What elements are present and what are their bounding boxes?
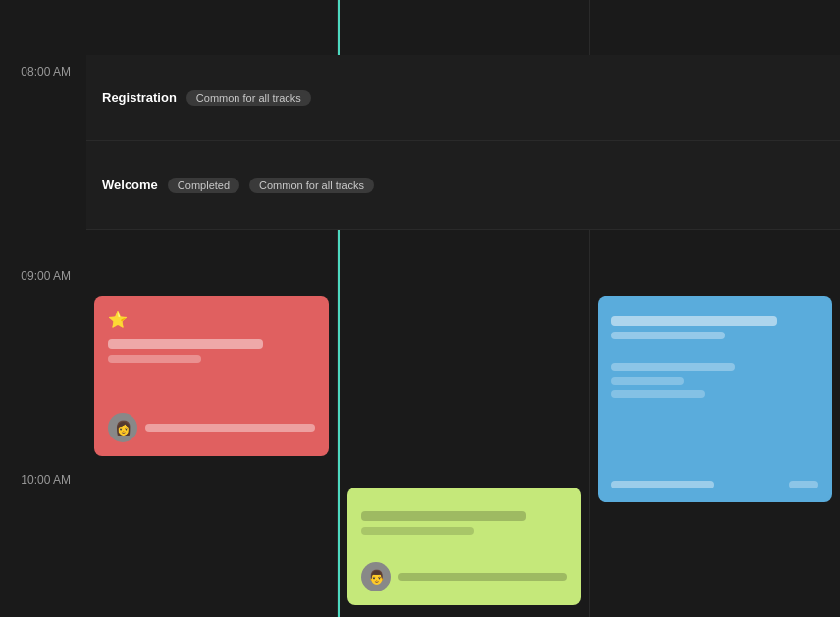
time-column: 08:00 AM 09:00 AM 10:00 AM — [0, 0, 86, 617]
track-column-1: 👨 — [338, 0, 589, 617]
card-content — [611, 310, 818, 398]
card-footer — [611, 481, 818, 488]
session-card-red[interactable]: ⭐ 👩 — [94, 296, 329, 456]
card-title-bar — [611, 316, 777, 326]
extra-bar-3 — [611, 390, 705, 398]
card-subtitle-bar — [108, 355, 201, 363]
session-card-blue[interactable] — [598, 296, 832, 502]
track-column-2 — [590, 0, 840, 617]
speaker-name-bar — [398, 573, 566, 581]
session-card-green[interactable]: 👨 — [347, 488, 580, 605]
card-title-bar — [108, 339, 263, 349]
avatar-image: 👩 — [108, 413, 137, 442]
track-columns-area: ⭐ 👩 — [86, 0, 840, 617]
extra-bar-1 — [611, 363, 736, 371]
card-title-bar — [361, 511, 525, 521]
star-icon: ⭐ — [108, 310, 128, 329]
teal-accent-line — [338, 0, 340, 617]
avatar: 👨 — [361, 562, 391, 591]
speaker-name-bar — [145, 424, 315, 432]
card-bottom: 👨 — [361, 562, 566, 591]
card-tag-bar — [789, 481, 818, 488]
schedule-grid: 08:00 AM 09:00 AM 10:00 AM ⭐ 👩 — [0, 0, 840, 617]
time-label-8am: 08:00 AM — [0, 65, 79, 78]
speaker-name-bar — [611, 481, 715, 488]
card-subtitle-bar — [611, 332, 725, 339]
card-bottom: 👩 — [108, 413, 315, 442]
avatar-image: 👨 — [361, 562, 391, 591]
card-content — [361, 501, 566, 535]
avatar: 👩 — [108, 413, 137, 442]
extra-bar-2 — [611, 377, 684, 385]
time-label-10am: 10:00 AM — [0, 473, 79, 487]
card-subtitle-bar — [361, 527, 474, 535]
card-content — [108, 310, 315, 363]
track-column-0: ⭐ 👩 — [86, 0, 338, 617]
time-label-9am: 09:00 AM — [0, 269, 79, 283]
